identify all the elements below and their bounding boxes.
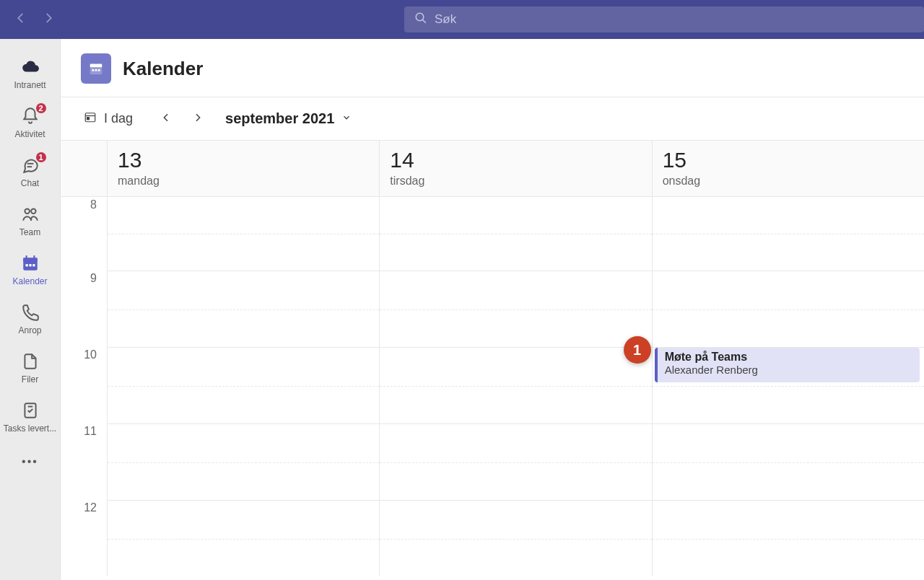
app-rail: Intranett 2 Aktivitet 1 Chat Team [0, 39, 61, 580]
svg-rect-7 [23, 258, 38, 261]
today-button[interactable]: I dag [81, 107, 136, 130]
search-box[interactable] [404, 6, 924, 32]
rail-label: Aktivitet [14, 129, 45, 139]
svg-point-5 [31, 208, 36, 214]
tasks-icon [20, 400, 40, 421]
rail-label: Team [19, 227, 40, 237]
rail-label: Filer [22, 374, 38, 385]
annotation-badge: 1 [624, 336, 651, 364]
title-bar [0, 0, 924, 39]
badge: 2 [35, 102, 48, 115]
time-slot[interactable] [652, 500, 924, 576]
time-row: 10 Møte på Teams Alexander Renberg 1 [61, 347, 924, 423]
prev-week-button[interactable] [160, 110, 172, 127]
cloud-icon [20, 57, 40, 77]
main-content: Kalender I dag september 2021 [61, 39, 924, 580]
svg-point-4 [25, 208, 30, 214]
time-grid: 8 9 10 [61, 197, 924, 580]
day-name: tirsdag [390, 175, 641, 188]
calendar-grid: 13 mandag 14 tirsdag 15 onsdag 8 [61, 141, 924, 580]
time-slot[interactable] [379, 500, 651, 576]
rail-item-more[interactable]: ••• [0, 447, 61, 476]
day-header[interactable]: 14 tirsdag [379, 141, 651, 196]
svg-rect-9 [29, 264, 31, 266]
time-row: 9 [61, 271, 924, 347]
back-button[interactable] [14, 12, 27, 28]
page-title: Kalender [123, 58, 203, 80]
event-title: Møte på Teams [665, 351, 912, 364]
chevron-down-icon [341, 113, 352, 125]
time-slot[interactable] [652, 423, 924, 500]
phone-icon [20, 302, 40, 322]
day-number: 13 [118, 148, 369, 172]
today-label: I dag [104, 111, 133, 126]
time-row: 8 [61, 197, 924, 271]
svg-rect-10 [32, 264, 35, 266]
rail-item-kalender[interactable]: Kalender [0, 245, 61, 294]
rail-item-team[interactable]: Team [0, 196, 61, 245]
svg-rect-17 [92, 69, 95, 71]
main-header: Kalender [61, 39, 924, 97]
file-icon [20, 351, 40, 372]
month-label: september 2021 [225, 110, 334, 127]
calendar-event[interactable]: Møte på Teams Alexander Renberg [655, 348, 920, 382]
search-input[interactable] [435, 12, 914, 27]
more-icon: ••• [22, 455, 38, 468]
rail-item-tasks[interactable]: Tasks levert... [0, 392, 61, 441]
svg-line-1 [422, 19, 426, 23]
day-header[interactable]: 15 onsdag [652, 141, 924, 196]
month-picker[interactable]: september 2021 [225, 110, 352, 127]
time-slot[interactable] [379, 347, 651, 423]
rail-label: Anrop [18, 325, 41, 335]
history-nav [14, 12, 55, 28]
day-header[interactable]: 13 mandag [107, 141, 379, 196]
rail-item-aktivitet[interactable]: 2 Aktivitet [0, 98, 61, 147]
hour-label: 10 [61, 347, 107, 423]
rail-item-intranett[interactable]: Intranett [0, 49, 61, 98]
hour-label: 8 [61, 197, 107, 271]
calendar-icon [20, 253, 40, 273]
badge: 1 [35, 151, 48, 164]
rail-item-anrop[interactable]: Anrop [0, 294, 61, 343]
calendar-app-tile-icon [81, 53, 111, 84]
time-slot[interactable] [379, 197, 651, 271]
time-slot[interactable] [107, 500, 379, 576]
day-headers: 13 mandag 14 tirsdag 15 onsdag [61, 141, 924, 197]
next-week-button[interactable] [192, 110, 204, 127]
svg-rect-22 [87, 118, 90, 120]
hour-label: 12 [61, 500, 107, 576]
day-number: 14 [390, 148, 641, 172]
rail-label: Intranett [14, 80, 45, 90]
today-icon [84, 110, 97, 127]
time-slot[interactable] [379, 423, 651, 500]
svg-point-0 [416, 13, 424, 21]
rail-label: Chat [21, 178, 39, 188]
time-slot[interactable] [652, 197, 924, 271]
day-name: onsdag [663, 175, 914, 188]
hour-label: 9 [61, 271, 107, 347]
chat-icon: 1 [20, 155, 40, 175]
team-icon [20, 204, 40, 224]
time-slot[interactable] [107, 271, 379, 347]
rail-item-chat[interactable]: 1 Chat [0, 147, 61, 196]
svg-rect-18 [95, 69, 97, 71]
day-name: mandag [118, 175, 369, 188]
time-slot[interactable] [107, 197, 379, 271]
forward-button[interactable] [42, 12, 55, 28]
time-slot[interactable] [652, 271, 924, 347]
bell-icon: 2 [20, 106, 40, 126]
hour-label: 11 [61, 423, 107, 500]
time-slot[interactable] [107, 347, 379, 423]
event-organizer: Alexander Renberg [665, 364, 912, 376]
rail-label: Tasks levert... [4, 423, 56, 434]
search-icon [414, 12, 427, 28]
svg-rect-8 [25, 264, 27, 266]
week-nav [160, 110, 204, 127]
rail-item-filer[interactable]: Filer [0, 343, 61, 392]
time-slot[interactable] [379, 271, 651, 347]
day-number: 15 [663, 148, 914, 172]
time-slot[interactable] [107, 423, 379, 500]
time-slot[interactable]: Møte på Teams Alexander Renberg 1 [652, 347, 924, 423]
svg-rect-16 [90, 64, 103, 68]
time-row: 11 [61, 423, 924, 500]
